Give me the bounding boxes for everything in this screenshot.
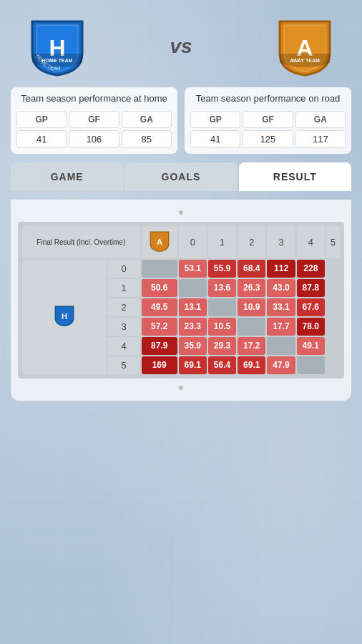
cell-1-0: 50.6 [142,279,177,297]
row-header-3: 3 [108,318,140,336]
svg-text:H: H [62,312,67,321]
cell-3-5: 78.0 [297,318,325,336]
home-stats-title: Team season performance at home [16,93,172,105]
cell-4-2: 29.3 [208,337,236,355]
cell-5-2: 56.4 [208,356,236,374]
col-header-5: 5 [326,226,340,258]
svg-text:AWAY TEAM: AWAY TEAM [290,58,320,63]
cell-4-4 [267,337,295,355]
away-ga-header: GA [295,111,346,128]
svg-text:HOME TEAM: HOME TEAM [42,58,73,63]
home-gp-value: 41 [16,130,67,148]
cell-1-2: 13.6 [208,279,236,297]
cell-5-1: 69.1 [179,356,207,374]
cell-4-1: 35.9 [179,337,207,355]
cell-0-0 [142,260,177,278]
away-stats-card: Team season performance on road GP GF GA… [185,87,351,154]
cell-5-5 [297,356,325,374]
cell-2-0: 49.5 [142,298,177,316]
cell-0-1: 53.1 [179,260,207,278]
col-header-4: 4 [297,226,325,258]
cell-4-5: 49.1 [297,337,325,355]
away-team-shield: A AWAY TEAM [273,14,337,79]
tab-result[interactable]: RESULT [239,162,351,191]
cell-0-5: 228 [297,260,325,278]
cell-5-0: 169 [142,356,177,374]
cell-5-4: 47.9 [267,356,295,374]
corner-label: Final Result (Incl. Overtime) [22,226,140,258]
home-shield-side: H [22,260,107,374]
col-header-0: 0 [179,226,207,258]
cell-2-5: 67.6 [297,298,325,316]
col-header-1: 1 [208,226,236,258]
col-header-3: 3 [267,226,295,258]
away-stats-grid: GP GF GA 41 125 117 [190,111,346,148]
row-header-0: 0 [108,260,140,278]
home-ga-header: GA [122,111,172,128]
cell-5-3: 69.1 [238,356,265,374]
matrix-container: Final Result (Incl. Overtime) A 012345 H… [18,222,344,379]
away-shield-header: A [142,226,177,258]
cell-1-4: 43.0 [267,279,295,297]
home-gp-header: GP [16,111,67,128]
cell-1-1 [179,279,207,297]
cell-3-1: 23.3 [179,318,207,336]
away-gp-value: 41 [190,130,240,148]
row-header-2: 2 [108,298,140,316]
cell-4-0: 87.9 [142,337,177,355]
tab-game[interactable]: GAME [11,162,123,191]
vs-label: vs [170,35,192,58]
home-gf-header: GF [69,111,119,128]
panel-dot-top [179,210,183,215]
cell-0-3: 68.4 [238,260,265,278]
home-ga-value: 85 [122,130,172,148]
home-gf-value: 106 [69,130,119,148]
row-header-4: 4 [108,337,140,355]
away-gf-header: GF [243,111,293,128]
stats-row: Team season performance at home GP GF GA… [11,87,351,154]
cell-2-1: 13.1 [179,298,207,316]
cell-1-3: 26.3 [238,279,265,297]
svg-text:A: A [157,238,162,246]
row-header-5: 5 [108,356,140,374]
home-stats-grid: GP GF GA 41 106 85 [16,111,172,148]
row-header-1: 1 [108,279,140,297]
away-stats-title: Team season performance on road [190,93,346,105]
result-matrix-table: Final Result (Incl. Overtime) A 012345 H… [21,225,341,376]
cell-2-3: 10.9 [238,298,265,316]
tab-goals[interactable]: GOALS [124,162,237,191]
cell-0-4: 112 [267,260,295,278]
cell-3-3 [238,318,265,336]
away-gf-value: 125 [243,130,293,148]
main-panel: Final Result (Incl. Overtime) A 012345 H… [11,200,351,401]
panel-dot-bottom [179,386,183,390]
cell-2-2 [208,298,236,316]
cell-1-5: 87.8 [297,279,325,297]
cell-2-4: 33.1 [267,298,295,316]
cell-0-2: 55.9 [208,260,236,278]
away-ga-value: 117 [295,130,346,148]
header-row: H HOME TEAM HOME TEAM vs A AWAY TEAM [11,14,351,79]
home-stats-card: Team season performance at home GP GF GA… [11,87,177,154]
home-team-shield: H HOME TEAM HOME TEAM [25,14,89,79]
tabs-row: GAME GOALS RESULT [11,162,351,191]
cell-4-3: 17.2 [238,337,265,355]
cell-3-0: 57.2 [142,318,177,336]
col-header-2: 2 [238,226,265,258]
cell-3-4: 17.7 [267,318,295,336]
cell-3-2: 10.5 [208,318,236,336]
away-gp-header: GP [190,111,240,128]
